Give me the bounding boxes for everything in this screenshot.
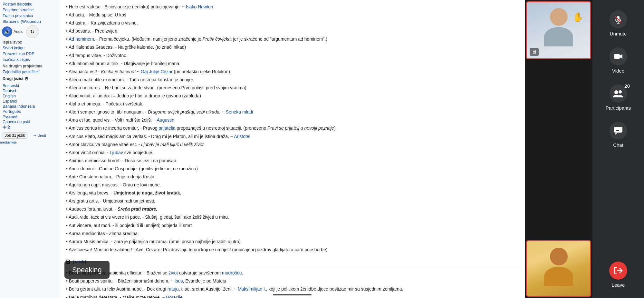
link-mudrošcu[interactable]: mudrošću: [222, 270, 242, 275]
link-isus[interactable]: Isus: [175, 278, 183, 283]
svg-point-7: [619, 90, 622, 94]
video-feed-2-inner: [527, 241, 590, 296]
sidebar-link-preuzmi[interactable]: Preuzmi kao PDF: [0, 51, 60, 57]
video-feed-2: [526, 240, 591, 297]
sidebar-link-postavi[interactable]: Postavi datoteku: [0, 1, 60, 7]
entry-aliena-mala: • Aliena mala utile exemolum. - Tuđa nes…: [66, 76, 518, 84]
link-aristotel[interactable]: Aristotel: [234, 134, 250, 139]
person1-body: [544, 27, 573, 46]
entry-animus: • Animus meminisse horret. - Duša se jež…: [66, 157, 518, 164]
main-content: • Helo est radeso - Bjciovjanje je (jedi…: [60, 0, 525, 298]
svg-marker-5: [620, 54, 622, 59]
link-maksimilijan[interactable]: Maksimilijan I.: [238, 286, 266, 292]
person1-head: [550, 8, 568, 26]
link-zivot[interactable]: život: [168, 270, 178, 275]
entry-adulatiom: • Adulatiom vitiorum alitirix. - Ulagiva…: [66, 60, 518, 67]
refresh-icon[interactable]: ↻: [26, 25, 39, 38]
leave-icon: [614, 267, 623, 274]
top-text: • Helo est radeso - Bjciovjanje je (jedi…: [66, 3, 518, 11]
participants-label: Participants: [606, 105, 631, 111]
link-ad-hominem[interactable]: Ad hominem.: [69, 36, 95, 42]
sidebar-link-trajna[interactable]: Trajna poveznica: [0, 13, 60, 19]
screen-share-icon: 🖥: [530, 48, 539, 56]
entry-beati: • Beati pauperes spiritu. - Blaženi siro…: [66, 277, 518, 285]
video-button[interactable]: Video: [596, 44, 641, 77]
controls-panel: Unmute Video 20 Participants: [592, 0, 644, 298]
entry-amicus-certus: • Amicus certus in re incerta cernitur. …: [66, 124, 518, 132]
lang-bosanski[interactable]: Bosanski: [3, 83, 57, 88]
lang-bahasa[interactable]: Bahasa Indonesia: [3, 104, 57, 109]
participants-button[interactable]: 20 Participants: [596, 81, 641, 114]
speaker-icon[interactable]: 🔊: [2, 26, 12, 37]
entry-aurora: • Aurora Musis amica. - Zora je prijatej…: [66, 238, 518, 245]
sidebar-section-projekti: Na drugim projektima: [0, 63, 60, 69]
person2-head: [550, 248, 568, 265]
link-ljubav[interactable]: Ljubav: [110, 150, 123, 155]
entry-aliud: • Aliud voluit, aliud dixit – Jedno je h…: [66, 92, 518, 100]
link-cezar[interactable]: Gaj Julije Cezar: [141, 69, 173, 74]
lang-deutsch[interactable]: Deutsch: [3, 88, 57, 94]
sidebar-link-stvori[interactable]: Stvori knjigu: [0, 45, 60, 51]
scrollbar-indicator[interactable]: [273, 294, 312, 295]
entry-alea: • Alea iacta est! - Kocka je bačena! ~ G…: [66, 68, 518, 75]
svg-rect-4: [614, 54, 620, 59]
svg-point-6: [614, 90, 618, 94]
chat-label: Chat: [613, 142, 623, 148]
video-panel: ✋ 🖥: [525, 0, 592, 298]
unmute-label: Unmute: [610, 31, 627, 36]
lang-srpski[interactable]: Српско / srpski: [3, 119, 57, 124]
link-seneka[interactable]: Seneka mladi: [226, 109, 253, 114]
link-prijatelja[interactable]: prijatelja: [159, 125, 175, 131]
leave-button[interactable]: Leave: [596, 258, 641, 292]
sidebar-link-inacica[interactable]: Inačica za ispis: [0, 57, 60, 63]
video-spacer: [526, 61, 591, 239]
entry-audaces: • Audaces fortuna iuvat. - Sreća prati h…: [66, 205, 518, 213]
link-augustin[interactable]: Augustin: [157, 117, 174, 123]
entry-ante: • Ante Christum natum. - Prije rođenja K…: [66, 173, 518, 181]
entry-beata: • Beata vita perfecta sapientia efficitu…: [66, 269, 518, 277]
entry-aut: • Aut vincere, aut mori. - ili pobjeđuit…: [66, 222, 518, 229]
sidebar-link-zajednicki[interactable]: Zajednički poslužitelj: [0, 69, 60, 75]
entry-ave: • Ave caesar! Morituri te salutant! - Av…: [66, 246, 518, 253]
video-feed-1: ✋ 🖥: [526, 1, 591, 59]
link-newton[interactable]: Isako Newton: [186, 4, 213, 9]
speaking-badge: Speaking: [64, 261, 110, 279]
lang-russian[interactable]: Русский: [3, 114, 57, 119]
lang-english[interactable]: English: [3, 94, 57, 99]
entry-ad-acta: • Ad acta. - Među spise; U koš: [66, 11, 518, 19]
chat-button[interactable]: Chat: [596, 118, 641, 152]
languages-settings-icon[interactable]: ⚙: [24, 76, 29, 81]
lang-chinese[interactable]: 中文: [3, 124, 57, 131]
entry-audi: • Audi, vide, tace si vis vivere in pace…: [66, 214, 518, 221]
entry-ad-tempus: • Ad tempus vitae. - Doživotno.: [66, 52, 518, 59]
entry-ad-kalendas: • Ad Kalendas Graecas. - Na grčke kalend…: [66, 44, 518, 51]
sidebar-link-skraceno[interactable]: Skraćeno (Wikipedia): [0, 19, 60, 25]
leave-icon-circle: [609, 262, 627, 280]
content-text: • Helo est radeso - Bjciovjanje je (jedi…: [66, 3, 518, 298]
entry-aurea: • Aurea mediocritas - Zlatna sredina.: [66, 230, 518, 237]
link-horacije[interactable]: Horacije: [166, 295, 182, 298]
sidebar-audio-tool: 🔊 Audio ↻: [0, 25, 60, 39]
svg-marker-9: [615, 133, 618, 135]
sidebar-section-ispis: Ispis/Izvoz: [0, 39, 60, 45]
entry-ad-astra: • Ad astra. - Ka zvijezdama u visine.: [66, 19, 518, 27]
lang-espanol[interactable]: Español: [3, 99, 57, 104]
unmute-icon-circle: [609, 10, 627, 28]
entry-amor-vincit: • Amor vincit omnia. - Ljubav sve pobjeđ…: [66, 149, 518, 156]
person2-body: [544, 267, 573, 286]
sidebar-languages-header: Drugi jezici ⚙: [0, 75, 60, 83]
participants-icon: [613, 89, 623, 98]
sidebar-link-posebne[interactable]: Posebne stranice: [0, 7, 60, 13]
svg-rect-8: [614, 127, 622, 133]
participants-icon-circle: 20: [609, 84, 627, 103]
chat-icon: [614, 126, 623, 135]
unmute-button[interactable]: Unmute: [596, 6, 641, 40]
entry-amor-clav: • Amor claviculva magnae vitae est. - Lj…: [66, 141, 518, 148]
link-ratuju[interactable]: ratuju: [168, 286, 179, 292]
sidebar: Postavi datoteku Posebne stranice Trajna…: [0, 0, 60, 298]
entry-anno: • Anno domini. - Godine Gospodnje. (geni…: [66, 165, 518, 173]
lang-portugues[interactable]: Português: [3, 109, 57, 114]
entry-alpha: • Alpha et omega. - Početak i svršetak.: [66, 100, 518, 108]
section-b-heading: B [ uredi ]: [66, 257, 518, 268]
more-languages-button[interactable]: Još 31 jezik: [3, 132, 27, 139]
